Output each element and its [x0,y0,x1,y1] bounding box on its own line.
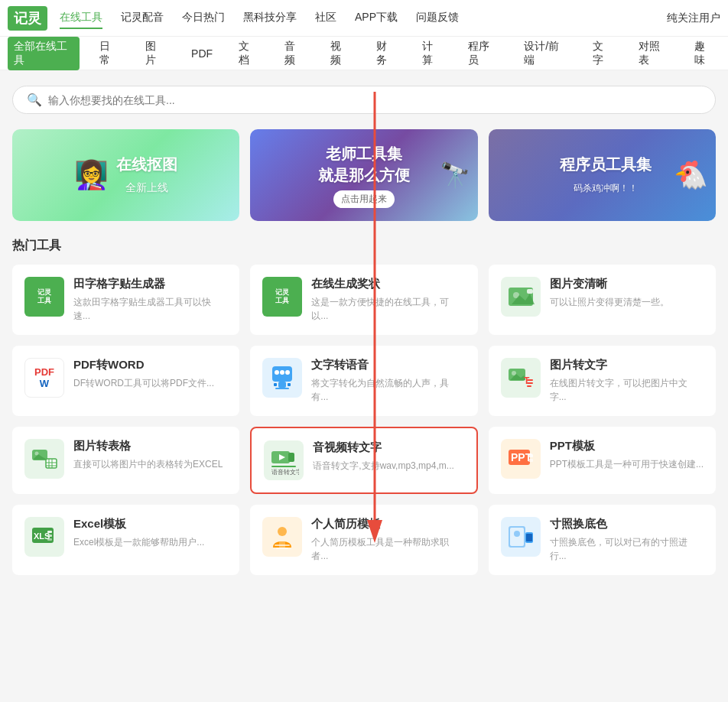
tool-desc-img-text: 在线图片转文字，可以把图片中文字... [550,376,704,404]
cat-audio[interactable]: 音频 [278,37,310,70]
tool-icon-img-table [24,439,64,479]
tool-icon-pdf-word: PDF W [24,358,64,398]
tool-icon-av-text: 语音转文字 [264,440,304,480]
banner-cutout[interactable]: 👩‍🏫 在线抠图 全新上线 [12,129,239,221]
svg-rect-20 [527,382,533,384]
cat-table[interactable]: 对照表 [632,37,674,70]
top-nav: 记灵 在线工具 记灵配音 今日热门 黑科技分享 社区 APP下载 问题反馈 纯关… [0,0,728,37]
nav-item-app[interactable]: APP下载 [355,8,398,29]
tool-card-av-text[interactable]: 语音转文字 音视频转文字 语音转文字,支持wav,mp3,mp4,m... [250,427,477,494]
cat-fun[interactable]: 趣味 [688,37,720,70]
tool-card-resume[interactable]: 个人简历模板 个人简历模板工具是一种帮助求职者... [250,505,477,575]
svg-rect-52 [526,534,532,541]
tool-card-image-sharpen[interactable]: 图片变清晰 可以让照片变得更清楚一些。 [489,265,716,335]
svg-rect-13 [274,383,277,386]
top-nav-items: 在线工具 记灵配音 今日热门 黑科技分享 社区 APP下载 问题反馈 [60,8,667,29]
tool-info-photo-bg: 寸照换底色 寸照换底色，可以对已有的寸照进行... [550,517,704,563]
tool-desc-img-table: 直接可以将图片中的表格转为EXCEL [73,457,227,471]
tool-icon-img-text: T [501,358,541,398]
tool-card-pdf-word[interactable]: PDF W PDF转WORD DF转WORD工具可以将PDF文件... [12,346,239,416]
tool-desc-ppt: PPT模板工具是一种可用于快速创建... [550,457,704,471]
tool-icon-excel: XLS [24,517,64,557]
cat-daily[interactable]: 日常 [93,37,125,70]
banner-teacher[interactable]: 老师工具集就是那么方便 点击用起来 🔭 [250,129,477,221]
svg-text:语音转文字: 语音转文字 [271,469,299,476]
tool-card-img-table[interactable]: 图片转表格 直接可以将图片中的表格转为EXCEL [12,427,239,494]
tool-desc-award: 这是一款方便快捷的在线工具，可以... [311,295,465,323]
banner-3-title: 程序员工具集 码杀鸡冲啊！！ [560,154,652,197]
tool-desc-image-sharpen: 可以让照片变得更清楚一些。 [550,295,704,309]
svg-rect-46 [275,544,290,546]
cat-calc[interactable]: 计算 [416,37,448,70]
tool-card-tianzige[interactable]: 记灵 工具 田字格字贴生成器 这款田字格字贴生成器工具可以快速... [12,265,239,335]
svg-rect-33 [271,466,296,467]
cat-finance[interactable]: 财务 [370,37,402,70]
nav-item-community[interactable]: 社区 [315,8,336,29]
tool-info-ppt: PPT模板 PPT模板工具是一种可用于快速创建... [550,439,704,471]
tool-info-pdf-word: PDF转WORD DF转WORD工具可以将PDF文件... [73,358,227,390]
cat-design[interactable]: 设计/前端 [518,37,573,70]
svg-point-9 [280,370,284,375]
tool-name-img-text: 图片转文字 [550,358,704,372]
category-bar: 全部在线工具 日常 图片 PDF 文档 音频 视频 财务 计算 程序员 设计/前… [0,37,728,70]
cat-all[interactable]: 全部在线工具 [8,37,80,70]
hot-tools-title: 热门工具 [12,238,716,254]
nav-item-tech[interactable]: 黑科技分享 [243,8,297,29]
search-bar[interactable]: 🔍 [12,86,716,114]
logo[interactable]: 记灵 [8,6,47,31]
nav-right-user[interactable]: 纯关注用户 [667,11,720,25]
nav-item-dubbing[interactable]: 记灵配音 [121,8,164,29]
tool-name-tts: 文字转语音 [311,358,465,372]
cat-video[interactable]: 视频 [324,37,356,70]
search-input[interactable] [48,94,701,106]
tool-desc-photo-bg: 寸照换底色，可以对已有的寸照进行... [550,535,704,563]
svg-rect-42 [47,535,52,537]
cat-text[interactable]: 文字 [587,37,619,70]
tool-card-photo-bg[interactable]: 寸照换底色 寸照换底色，可以对已有的寸照进行... [489,505,716,575]
tool-desc-pdf-word: DF转WORD工具可以将PDF文件... [73,376,227,390]
cat-dev[interactable]: 程序员 [462,37,504,70]
nav-item-feedback[interactable]: 问题反馈 [416,8,459,29]
svg-rect-6 [527,289,533,294]
svg-rect-25 [46,459,57,468]
svg-rect-19 [527,379,533,381]
tool-card-img-text[interactable]: T 图片转文字 在线图片转文字，可以把图片中文字... [489,346,716,416]
tool-desc-tts: 将文字转化为自然流畅的人声，具有... [311,376,465,404]
banner-developer[interactable]: 程序员工具集 码杀鸡冲啊！！ 🐔 [489,129,716,221]
svg-point-8 [275,370,279,375]
tool-name-ppt: PPT模板 [550,439,704,453]
tool-desc-av-text: 语音转文字,支持wav,mp3,mp4,m... [313,459,463,473]
cat-image[interactable]: 图片 [139,37,171,70]
tool-info-image-sharpen: 图片变清晰 可以让照片变得更清楚一些。 [550,277,704,309]
tool-card-ppt[interactable]: PPT PPT模板 PPT模板工具是一种可用于快速创建... [489,427,716,494]
tool-name-img-table: 图片转表格 [73,439,227,453]
tool-name-award: 在线生成奖状 [311,277,465,291]
tool-icon-award: 记灵 工具 [262,277,302,317]
nav-item-online-tools[interactable]: 在线工具 [60,8,102,29]
tool-icon-photo-bg [501,517,541,557]
main-content: 🔍 👩‍🏫 在线抠图 全新上线 老师工具集就是那么方便 点击用起来 🔭 [0,70,728,590]
tool-card-tts[interactable]: 文字转语音 将文字转化为自然流畅的人声，具有... [250,346,477,416]
svg-rect-11 [278,382,286,388]
banner-section: 👩‍🏫 在线抠图 全新上线 老师工具集就是那么方便 点击用起来 🔭 程序员工具集 [12,129,716,221]
nav-item-hot[interactable]: 今日热门 [182,8,225,29]
search-icon: 🔍 [27,93,42,107]
tool-grid: 记灵 工具 田字格字贴生成器 这款田字格字贴生成器工具可以快速... 记灵 工具… [12,265,716,575]
tool-icon-ppt: PPT [501,439,541,479]
tool-name-excel: Excel模板 [73,517,227,531]
tool-icon-resume [262,517,302,557]
cat-pdf[interactable]: PDF [185,44,219,63]
tool-info-resume: 个人简历模板 个人简历模板工具是一种帮助求职者... [311,517,465,563]
tool-card-excel[interactable]: XLS Excel模板 Excel模板是一款能够帮助用户... [12,505,239,575]
tool-name-pdf-word: PDF转WORD [73,358,227,372]
tool-card-award[interactable]: 记灵 工具 在线生成奖状 这是一款方便快捷的在线工具，可以... [250,265,477,335]
svg-rect-38 [528,459,533,462]
tool-name-image-sharpen: 图片变清晰 [550,277,704,291]
banner-2-btn[interactable]: 点击用起来 [333,190,395,208]
svg-point-10 [285,370,290,375]
cat-doc[interactable]: 文档 [232,37,265,70]
tool-icon-tts [262,358,302,398]
tool-info-tts: 文字转语音 将文字转化为自然流畅的人声，具有... [311,358,465,404]
svg-point-44 [278,527,287,536]
svg-rect-41 [47,531,52,533]
